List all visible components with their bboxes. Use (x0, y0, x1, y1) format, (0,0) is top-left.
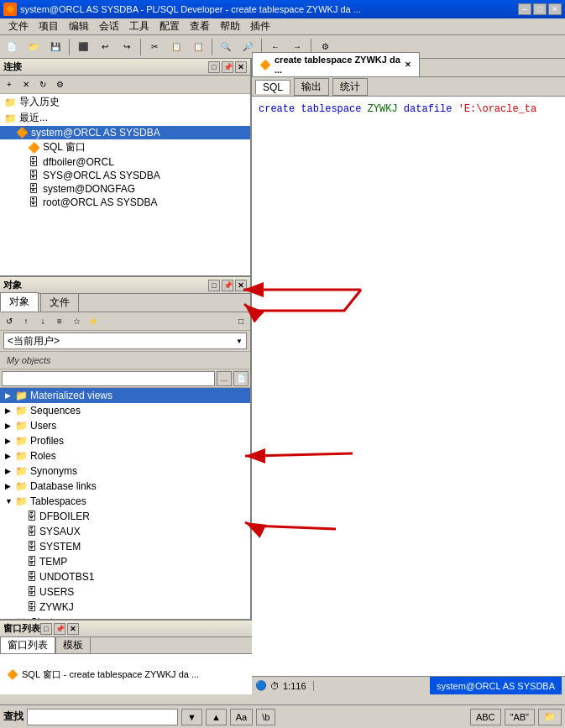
menu-bar: 文件项目编辑会话工具配置查看帮助插件 (0, 18, 565, 35)
inner-tab-统计[interactable]: 统计 (332, 78, 368, 96)
close-button[interactable]: ✕ (548, 3, 562, 15)
menu-item-工具[interactable]: 工具 (124, 18, 154, 34)
toolbar-button[interactable]: 🔍 (216, 38, 236, 56)
menu-item-文件[interactable]: 文件 (3, 18, 34, 34)
object-tree-item[interactable]: ▶📁Synonyms (0, 464, 250, 479)
connection-tree-item[interactable]: 🗄system@DONGFAG (0, 182, 250, 196)
menu-item-查看[interactable]: 查看 (185, 18, 215, 34)
toolbar-button[interactable]: ✂ (144, 38, 165, 56)
toolbar-button[interactable]: ⬛ (73, 38, 93, 56)
tree-expand-icon[interactable]: ▼ (5, 497, 15, 505)
tree-expand-icon[interactable]: ▶ (5, 452, 15, 460)
object-tree-item[interactable]: 🗄SYSTEM (0, 539, 250, 554)
tree-expand-icon[interactable]: ▶ (5, 482, 15, 490)
menu-item-会话[interactable]: 会话 (94, 18, 124, 34)
conn-toolbar-button[interactable]: ⚙ (52, 77, 67, 92)
toolbar-button[interactable]: 💾 (45, 38, 65, 56)
object-tab-对象[interactable]: 对象 (0, 292, 39, 312)
object-tree-item[interactable]: 🗄TEMP (0, 554, 250, 569)
object-tree-item[interactable]: ▶📁Roles (0, 448, 250, 464)
panel-pin-button[interactable]: 📌 (222, 61, 233, 73)
toolbar-button[interactable]: ↪ (117, 38, 137, 56)
wl-pin-button[interactable]: 📌 (54, 623, 65, 635)
connection-tree-item[interactable]: 🔶SQL 窗口 (0, 139, 250, 155)
window-list-item[interactable]: 🔶SQL 窗口 - create tablespace ZYWKJ da ... (3, 667, 202, 683)
object-tree-item[interactable]: ▶📁Users (0, 418, 250, 433)
tree-expand-icon[interactable]: ▶ (5, 437, 15, 445)
inner-tab-输出[interactable]: 输出 (294, 78, 329, 96)
find-next-button[interactable]: ▲ (206, 709, 227, 725)
obj-filter-button[interactable]: ≡ (52, 314, 67, 329)
connection-tree-item[interactable]: 🔶system@ORCL AS SYSDBA (0, 126, 250, 139)
conn-toolbar-button[interactable]: ✕ (18, 77, 34, 92)
object-tree-item[interactable]: 🗄ZYWKJ (0, 600, 250, 615)
find-word-button[interactable]: \b (256, 709, 275, 725)
inner-tab-SQL[interactable]: SQL (255, 80, 290, 94)
window-list-tab-窗口列表[interactable]: 窗口列表 (0, 636, 55, 653)
connection-tree-item[interactable]: 🗄dfboiler@ORCL (0, 155, 250, 169)
find-option2-button[interactable]: "AB" (505, 709, 535, 725)
obj-pin-button[interactable]: 📌 (222, 280, 233, 291)
search-more-button[interactable]: … (217, 371, 232, 386)
object-tree-item[interactable]: ▼📁Tablespaces (0, 494, 250, 509)
object-tree-item[interactable]: ▶📁Database links (0, 479, 250, 494)
obj-down-button[interactable]: ↓ (35, 314, 50, 329)
window-list-tab-模板[interactable]: 模板 (55, 636, 91, 653)
menu-item-编辑[interactable]: 编辑 (64, 18, 94, 34)
panel-float-button[interactable]: □ (208, 61, 220, 73)
panel-close-button[interactable]: ✕ (235, 61, 247, 73)
obj-refresh-button[interactable]: ↺ (2, 314, 17, 329)
object-tree-item[interactable]: 🗄USERS (0, 584, 250, 600)
object-tree-item[interactable]: 🗄DFBOILER (0, 509, 250, 524)
connection-tree-item[interactable]: 🗄root@ORCL AS SYSDBA (0, 196, 250, 209)
minimize-button[interactable]: ─ (518, 3, 531, 15)
tree-expand-icon[interactable]: ▶ (5, 406, 15, 415)
wl-close-button[interactable]: ✕ (67, 623, 79, 635)
editor-tab-main[interactable]: 🔶 create tablespace ZYWKJ da ... ✕ (252, 52, 420, 76)
toolbar-button[interactable]: 📁 (24, 38, 44, 56)
object-tree-item[interactable]: 🗄SYSAUX (0, 524, 250, 539)
obj-fav-button[interactable]: ☆ (69, 314, 84, 329)
menu-item-配置[interactable]: 配置 (154, 18, 185, 34)
toolbar-button[interactable]: 📋 (166, 38, 186, 56)
code-editor[interactable]: create tablespace ZYWKJ datafile 'E:\ora… (252, 96, 565, 694)
tree-expand-icon[interactable]: ▶ (5, 391, 15, 400)
connection-tree-item[interactable]: 📁导入历史 (0, 94, 250, 110)
object-tree-item[interactable]: 🗄UNDOTBS1 (0, 569, 250, 584)
connection-tree-item[interactable]: 🗄SYS@ORCL AS SYSDBA (0, 169, 250, 182)
toolbar-button[interactable]: 📄 (2, 38, 22, 56)
find-prev-button[interactable]: ▼ (181, 709, 202, 725)
object-tree-item[interactable]: ▶📁Materialized views (0, 388, 250, 403)
obj-action-button[interactable]: ⚡ (86, 314, 101, 329)
obj-up-button[interactable]: ↑ (18, 314, 34, 329)
menu-item-帮助[interactable]: 帮助 (215, 18, 245, 34)
connection-tree-item[interactable]: 📁最近... (0, 110, 250, 126)
find-input[interactable] (27, 709, 178, 725)
toolbar-button[interactable]: 📋 (188, 38, 208, 56)
wl-float-button[interactable]: □ (40, 623, 52, 635)
find-folder-button[interactable]: 📁 (538, 709, 562, 725)
tree-expand-icon[interactable]: ▶ (5, 467, 15, 475)
conn-toolbar-button[interactable]: + (2, 77, 17, 92)
search-input[interactable] (2, 371, 215, 386)
find-case-button[interactable]: Aa (230, 709, 253, 725)
conn-toolbar-button[interactable]: ↻ (35, 77, 50, 92)
editor-tab-close[interactable]: ✕ (405, 60, 412, 69)
maximize-button[interactable]: □ (533, 3, 547, 15)
obj-view-button[interactable]: □ (233, 314, 248, 329)
object-tree-item[interactable]: ▶📁Profiles (0, 433, 250, 448)
user-dropdown[interactable]: <当前用户> ▼ (3, 333, 247, 349)
obj-close-button[interactable]: ✕ (235, 280, 247, 291)
menu-item-项目[interactable]: 项目 (34, 18, 64, 34)
object-tab-文件[interactable]: 文件 (40, 293, 79, 312)
obj-float-button[interactable]: □ (208, 280, 220, 291)
object-tree-item[interactable]: ▶📁Sequences (0, 403, 250, 418)
window-list-header: 窗口列表 □ 📌 ✕ (0, 621, 252, 637)
obj-tree-icon: 🗄 (27, 586, 37, 598)
toolbar-button[interactable]: ↩ (95, 38, 115, 56)
find-option1-button[interactable]: ABC (470, 709, 501, 725)
menu-item-插件[interactable]: 插件 (245, 18, 275, 34)
tree-item-label: system@ORCL AS SYSDBA (31, 127, 160, 139)
search-go-button[interactable]: 📄 (233, 371, 248, 386)
tree-expand-icon[interactable]: ▶ (5, 422, 15, 430)
